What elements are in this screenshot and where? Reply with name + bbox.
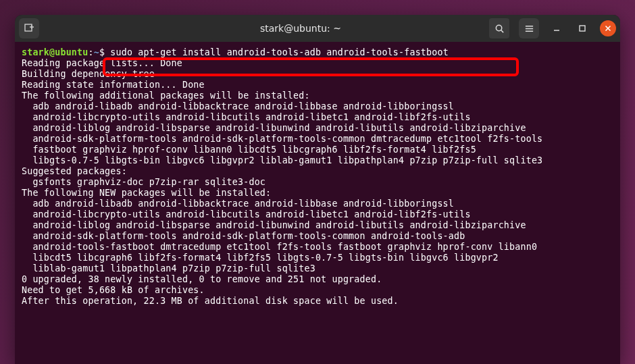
new-tab-button[interactable] [19,18,39,38]
out-line: 0 upgraded, 38 newly installed, 0 to rem… [22,274,382,284]
prompt-sep: : [88,47,93,57]
out-line: libcdt5 libcgraph6 libf2fs-format4 libf2… [22,253,499,263]
out-line: adb android-libadb android-libbacktrace … [22,199,454,209]
window-title: stark@ubuntu: ~ [120,23,481,34]
out-line: Reading state information... Done [22,80,205,90]
minimize-button[interactable] [549,20,565,36]
command-text: sudo apt-get install android-tools-adb a… [110,47,449,57]
svg-rect-0 [25,24,32,31]
svg-line-4 [501,30,503,32]
maximize-button[interactable] [574,20,590,36]
svg-rect-9 [580,26,585,31]
terminal-window: stark@ubuntu: ~ stark@ubuntu:~$ sudo apt… [15,15,620,364]
out-line: gsfonts graphviz-doc p7zip-rar sqlite3-d… [22,177,265,187]
out-line: android-liblog android-libsparse android… [22,123,526,133]
out-line: fastboot graphviz hprof-conv libann0 lib… [22,145,476,155]
prompt-path: ~ [94,47,99,57]
out-line: Suggested packages: [22,166,127,176]
out-line: android-liblog android-libsparse android… [22,220,526,230]
out-line: adb android-libadb android-libbacktrace … [22,101,454,111]
out-line: Need to get 5,668 kB of archives. [22,285,205,295]
titlebar: stark@ubuntu: ~ [15,15,620,42]
out-line: The following additional packages will b… [22,90,310,101]
out-line: liblab-gamut1 libpathplan4 p7zip p7zip-f… [22,263,315,274]
out-line: android-tools-fastboot dmtracedump etc1t… [22,242,537,252]
out-line: android-sdk-platform-tools android-sdk-p… [22,231,465,241]
svg-point-3 [496,25,501,30]
out-line: android-libcrypto-utils android-libcutil… [22,112,471,122]
out-line: android-sdk-platform-tools android-sdk-p… [22,134,542,144]
out-line: android-libcrypto-utils android-libcutil… [22,209,471,219]
close-button[interactable] [600,20,616,36]
prompt-dollar: $ [99,47,105,57]
search-button[interactable] [489,18,509,38]
out-line: Building dependency tree [22,69,155,79]
out-line: libgts-0.7-5 libgts-bin libgvc6 libgvpr2… [22,155,542,165]
menu-button[interactable] [519,18,539,38]
out-line: Reading package lists... Done [22,58,182,68]
prompt-userhost: stark@ubuntu [22,47,88,57]
out-line: The following NEW packages will be insta… [22,188,271,198]
terminal-output[interactable]: stark@ubuntu:~$ sudo apt-get install and… [15,42,620,364]
out-line: After this operation, 22.3 MB of additio… [22,296,399,306]
